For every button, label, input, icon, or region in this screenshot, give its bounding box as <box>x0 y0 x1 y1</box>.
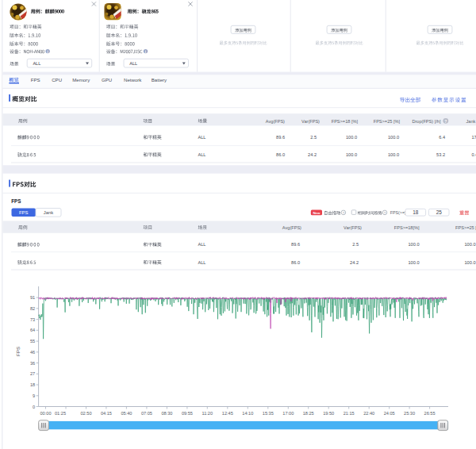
svg-text:Memory: Memory <box>72 77 90 83</box>
svg-text:73: 73 <box>30 317 35 322</box>
svg-text:Var(FPS): Var(FPS) <box>344 225 362 230</box>
svg-text:89.6: 89.6 <box>291 242 300 247</box>
svg-text:100.0: 100.0 <box>465 242 476 247</box>
svg-text:?: ? <box>444 119 447 124</box>
svg-text:GPU: GPU <box>102 77 112 83</box>
svg-text:Drop(FPS) [/h]: Drop(FPS) [/h] <box>412 119 441 124</box>
svg-text:FPS: FPS <box>19 210 29 215</box>
svg-text:Jank (/10min): Jank (/10min) <box>466 119 476 124</box>
svg-text:2.5: 2.5 <box>352 242 359 247</box>
svg-text:36: 36 <box>30 361 35 366</box>
svg-text:Avg(FPS): Avg(FPS) <box>266 119 285 124</box>
svg-text:64: 64 <box>30 328 35 332</box>
svg-text:25: 25 <box>436 209 443 215</box>
svg-text:08:30: 08:30 <box>161 411 172 416</box>
svg-text:Avg(FPS): Avg(FPS) <box>282 225 301 230</box>
svg-text:01:25: 01:25 <box>55 411 66 416</box>
svg-text:100.0: 100.0 <box>346 152 357 157</box>
svg-text:11:20: 11:20 <box>202 411 213 416</box>
svg-text:21:15: 21:15 <box>344 411 355 416</box>
svg-text:86.0: 86.0 <box>291 260 300 265</box>
svg-text:05:40: 05:40 <box>121 411 132 416</box>
svg-text:Jank: Jank <box>44 210 53 215</box>
svg-text:86.0: 86.0 <box>276 152 285 157</box>
svg-text:02:50: 02:50 <box>81 411 92 416</box>
svg-text:46: 46 <box>30 350 35 355</box>
svg-text:FPS>=18 [%]: FPS>=18 [%] <box>332 119 359 124</box>
svg-text:27: 27 <box>30 371 35 376</box>
svg-text:FPS: FPS <box>11 198 21 204</box>
svg-text:17.6: 17.6 <box>472 135 476 140</box>
svg-text:04:15: 04:15 <box>101 411 112 416</box>
svg-text:18:25: 18:25 <box>303 411 314 416</box>
svg-text:i: i <box>47 50 48 54</box>
svg-text:19:50: 19:50 <box>323 411 334 416</box>
svg-text:ALL: ALL <box>198 242 206 247</box>
svg-text:15:35: 15:35 <box>263 411 274 416</box>
svg-text:i: i <box>145 50 146 54</box>
svg-text:FPS(>=): FPS(>=) <box>390 210 406 215</box>
svg-text:FPS: FPS <box>15 347 21 356</box>
svg-text:ALL: ALL <box>33 61 40 66</box>
svg-text:89.6: 89.6 <box>276 135 285 140</box>
svg-text:6.4: 6.4 <box>439 135 445 140</box>
svg-text:Battery: Battery <box>152 77 167 83</box>
svg-text:100.0: 100.0 <box>346 135 357 140</box>
svg-text:ALL: ALL <box>129 61 137 66</box>
svg-text:0.4: 0.4 <box>472 152 476 157</box>
svg-text:25:30: 25:30 <box>404 411 415 416</box>
svg-text:100.0: 100.0 <box>409 242 420 247</box>
svg-text:82: 82 <box>30 306 35 311</box>
svg-text:09:55: 09:55 <box>182 411 193 416</box>
svg-text:24.2: 24.2 <box>350 260 359 265</box>
svg-text:ALL: ALL <box>198 135 206 140</box>
svg-text:22:40: 22:40 <box>363 411 374 416</box>
svg-text:53.2: 53.2 <box>436 152 445 157</box>
svg-text:Network: Network <box>124 77 142 83</box>
svg-text:FPS: FPS <box>31 77 40 83</box>
svg-text:91: 91 <box>30 295 35 300</box>
svg-text:12:45: 12:45 <box>222 411 233 416</box>
svg-text:24.2: 24.2 <box>308 152 317 157</box>
svg-text:07:05: 07:05 <box>141 411 152 416</box>
svg-text:00:00: 00:00 <box>40 411 52 416</box>
svg-text:100.0: 100.0 <box>388 135 399 140</box>
svg-text:18: 18 <box>413 209 419 215</box>
svg-text:2.5: 2.5 <box>310 135 317 140</box>
svg-text:9: 9 <box>33 393 35 398</box>
svg-text:0: 0 <box>33 405 35 409</box>
svg-text:FPS>=25 [%]: FPS>=25 [%] <box>374 119 401 124</box>
svg-text:New: New <box>313 211 321 215</box>
svg-text:ALL: ALL <box>198 260 206 265</box>
svg-text:FPS>=25 [%]: FPS>=25 [%] <box>455 225 476 230</box>
svg-text:ALL: ALL <box>198 152 206 157</box>
svg-text:26:55: 26:55 <box>424 411 436 416</box>
svg-text:100.0: 100.0 <box>409 260 420 265</box>
svg-text:24:05: 24:05 <box>384 411 395 416</box>
svg-text:17:00: 17:00 <box>282 411 294 416</box>
svg-text:14:10: 14:10 <box>242 411 253 416</box>
svg-text:CPU: CPU <box>52 77 62 83</box>
svg-text:FPS>=18[%]: FPS>=18[%] <box>394 225 420 230</box>
svg-text:55: 55 <box>30 339 35 343</box>
svg-text:100.0: 100.0 <box>388 152 399 157</box>
svg-text:18: 18 <box>30 382 35 387</box>
svg-text:Var(FPS): Var(FPS) <box>301 119 320 124</box>
svg-text:100.0: 100.0 <box>465 260 476 265</box>
